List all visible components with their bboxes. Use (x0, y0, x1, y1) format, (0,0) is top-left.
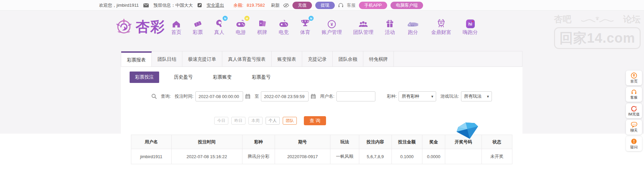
tab-account-change[interactable]: 账变报表 (272, 51, 302, 66)
lottery-type-select[interactable]: 所有彩种 ▼ (399, 91, 436, 101)
nav-item-lottery[interactable]: 彩票 (193, 18, 203, 36)
nav-item-team[interactable]: 团队管理 (353, 18, 373, 36)
diamond-widget[interactable] (454, 121, 481, 140)
float-question-button[interactable]: 疑问 (626, 136, 642, 151)
esports-icon (279, 18, 289, 28)
nav-item-sports[interactable]: Y N 体育 (300, 18, 310, 36)
nav-item-home[interactable]: 首页 (171, 18, 181, 36)
nav-item-account[interactable]: ¥ 账户管理 (322, 18, 342, 36)
cell-issue: 20220708-0917 (275, 149, 330, 164)
col-bet-content: 投注内容 (359, 135, 392, 149)
col-play: 玩法 (330, 135, 359, 149)
withdraw-button[interactable]: 提现 (315, 2, 335, 9)
calendar-icon[interactable] (311, 94, 316, 99)
live-person-icon: N (215, 18, 224, 28)
float-chat-button[interactable]: 聊天 (626, 120, 642, 135)
brand-logo[interactable]: 杏彩 (114, 17, 165, 37)
nav-item-jinding[interactable]: 金鼎财富 (431, 18, 451, 36)
search-icon (151, 94, 157, 99)
today-button[interactable]: 今日 (214, 117, 228, 125)
balance-label: 余额: (233, 2, 243, 8)
col-issue: 期号 (275, 135, 330, 149)
play-type-label: 游戏玩法: (440, 93, 459, 99)
top-bar: 欢迎您，jimbird1911 预留信息：中国大大 安全退出 余额: 819.7… (0, 0, 644, 11)
to-label: 至 (255, 93, 259, 99)
search-button[interactable]: 查 询 (304, 116, 326, 125)
team-button[interactable]: 团队 (283, 117, 297, 125)
tab-special-boardgames[interactable]: 特兔棋牌 (363, 51, 394, 66)
nav-item-live[interactable]: N 真人 (214, 18, 224, 36)
tab-deposit-withdraw-records[interactable]: 充提记录 (302, 51, 333, 66)
float-home-button[interactable]: 首页 (626, 71, 642, 85)
nav-item-cards[interactable]: 棋牌 (257, 18, 267, 36)
tab-team-balance[interactable]: 团队余额 (333, 51, 363, 66)
float-service-button[interactable]: 客服 (626, 87, 642, 102)
cell-bet-amount: 0.1000 (392, 149, 422, 164)
cell-prize: 0.0000 (422, 149, 445, 164)
tab-team-daily[interactable]: 团队日结 (152, 51, 182, 66)
tab-lottery-report[interactable]: 彩票报表 (121, 51, 152, 66)
subtab-history-pl[interactable]: 历史盈亏 (169, 72, 198, 83)
new-badge: N (223, 16, 228, 21)
nav-item-paofen[interactable]: ZLJI 跑分 (406, 18, 420, 36)
eye-off-icon[interactable] (283, 3, 289, 8)
yesterday-button[interactable]: 昨日 (231, 117, 245, 125)
play-type-select[interactable]: 所有玩法 ▼ (461, 91, 492, 101)
float-im-recharge-button[interactable]: IM充值 (626, 103, 642, 118)
cell-lottery: 腾讯分分彩 (242, 149, 275, 164)
watermark-domain: 回家14.com (554, 27, 641, 49)
circular-arrow-icon (631, 105, 637, 111)
new-badge: N (309, 16, 314, 21)
svg-text:Y: Y (305, 20, 306, 22)
balance-value: 819.7582 (247, 3, 265, 8)
exclamation-circle-icon (631, 138, 637, 144)
nav-item-promo[interactable]: 活动 (385, 18, 395, 36)
rhino-icon: ZLJI (406, 18, 420, 28)
end-time-input[interactable] (261, 91, 309, 101)
nav-item-egames[interactable]: H 电游 (236, 18, 246, 36)
cell-bet-time: 2022-07-08 15:16:22 (171, 149, 242, 164)
pc-client-button[interactable]: 电脑客户端 (390, 2, 423, 9)
username-label: 用户名: (320, 93, 334, 99)
start-time-input[interactable] (195, 91, 243, 101)
nav-item-hipaofen[interactable]: hi 嗨跑分 (463, 18, 478, 36)
flourish-icon (581, 15, 614, 24)
cell-bet-content: 5,6,7,8,9 (359, 149, 392, 164)
logout-link[interactable]: 安全退出 (206, 2, 224, 8)
username-input[interactable] (336, 91, 375, 101)
subtab-lottery-bets[interactable]: 彩票投注 (130, 72, 159, 83)
cell-play: 一帆风顺 (330, 149, 359, 164)
svg-text:ZLJI: ZLJI (411, 25, 414, 27)
cell-username: jimbird1911 (131, 149, 172, 164)
hot-badge: H (244, 16, 249, 21)
tab-live-sports-pl[interactable]: 真人体育盈亏报表 (222, 51, 272, 66)
chevron-down-icon: ▼ (486, 95, 490, 98)
ding-cauldron-icon (436, 18, 446, 28)
page: 欢迎您，jimbird1911 预留信息：中国大大 安全退出 余额: 819.7… (0, 0, 644, 184)
status-badge: 未开奖 (481, 149, 512, 164)
query-label: 查询: (161, 93, 171, 99)
col-lottery: 彩种 (242, 135, 275, 149)
col-status: 状态 (481, 135, 512, 149)
service-link[interactable]: 客服 (347, 2, 356, 8)
refresh-link[interactable]: 刷新 (271, 2, 280, 8)
mobile-app-button[interactable]: 手机APP (359, 2, 387, 9)
col-bet-time: 投注时间 (171, 135, 242, 149)
gift-icon (385, 18, 394, 28)
main-nav: 首页 彩票 N 真人 H 电游 (171, 18, 478, 36)
report-panel: 彩票报表 团队日结 极速充提订单 真人体育盈亏报表 账变报表 充提记录 团队余额… (121, 51, 522, 184)
reserved-info-text: 预留信息：中国大大 (153, 2, 193, 8)
deposit-button[interactable]: 充值 (292, 2, 312, 9)
tab-quick-orders[interactable]: 极速充提订单 (182, 51, 222, 66)
personal-button[interactable]: 个人 (266, 117, 280, 125)
this-week-button[interactable]: 本周 (248, 117, 263, 125)
subtab-lottery-pl[interactable]: 彩票盈亏 (246, 72, 276, 83)
chat-bubble-icon (631, 122, 637, 128)
nav-item-esports[interactable]: 电竞 (279, 18, 289, 36)
subtab-lottery-account-change[interactable]: 彩票账变 (208, 72, 237, 83)
edit-icon[interactable] (197, 3, 202, 7)
cell-draw-number (445, 149, 481, 164)
calendar-icon[interactable] (245, 94, 250, 99)
floating-sidebar: 首页 客服 IM充值 聊天 疑问 (626, 71, 642, 151)
mail-icon[interactable] (143, 3, 149, 7)
